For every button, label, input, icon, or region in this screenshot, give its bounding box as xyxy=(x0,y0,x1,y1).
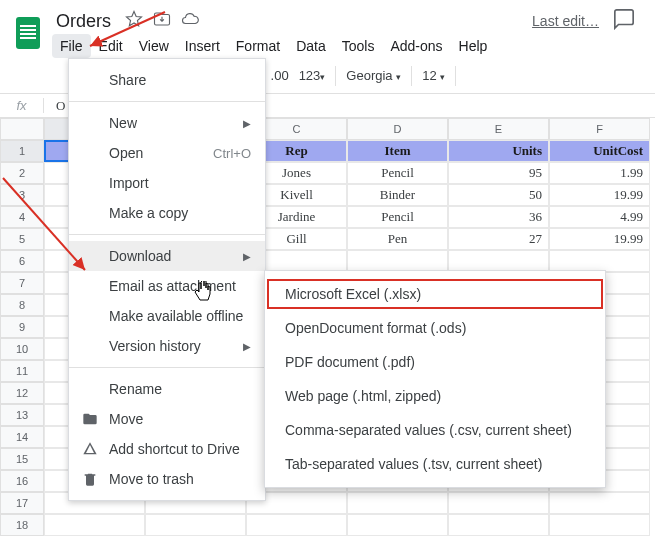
submenu-arrow-icon: ▶ xyxy=(243,341,251,352)
cell[interactable]: 1.99 xyxy=(549,162,650,184)
menu-item-new[interactable]: New▶ xyxy=(69,108,265,138)
separator xyxy=(335,66,336,86)
row-header[interactable]: 8 xyxy=(0,294,44,316)
cell[interactable]: 4.99 xyxy=(549,206,650,228)
cell[interactable] xyxy=(246,514,347,536)
cell[interactable]: 95 xyxy=(448,162,549,184)
cell[interactable]: Pen xyxy=(347,228,448,250)
row-header[interactable]: 13 xyxy=(0,404,44,426)
file-menu: Share New▶ OpenCtrl+O Import Make a copy… xyxy=(68,58,266,501)
font-size-select[interactable]: 12 ▾ xyxy=(422,68,445,83)
menu-item-import[interactable]: Import xyxy=(69,168,265,198)
menu-view[interactable]: View xyxy=(131,34,177,58)
col-header[interactable]: F xyxy=(549,118,650,140)
cell[interactable] xyxy=(549,514,650,536)
menu-item-offline[interactable]: Make available offline xyxy=(69,301,265,331)
cell[interactable]: UnitCost xyxy=(549,140,650,162)
document-title[interactable]: Orders xyxy=(52,10,115,33)
cloud-status-icon[interactable] xyxy=(181,10,199,32)
menu-item-share[interactable]: Share xyxy=(69,65,265,95)
cell[interactable]: 36 xyxy=(448,206,549,228)
cell[interactable] xyxy=(549,492,650,514)
folder-icon xyxy=(81,411,99,427)
menubar: File Edit View Insert Format Data Tools … xyxy=(52,34,647,58)
menu-item-email-attachment[interactable]: Email as attachment xyxy=(69,271,265,301)
row-header[interactable]: 17 xyxy=(0,492,44,514)
menu-divider xyxy=(69,101,265,102)
menu-tools[interactable]: Tools xyxy=(334,34,383,58)
menu-edit[interactable]: Edit xyxy=(91,34,131,58)
row-header[interactable]: 10 xyxy=(0,338,44,360)
row-header[interactable]: 6 xyxy=(0,250,44,272)
cell[interactable] xyxy=(448,492,549,514)
col-header[interactable]: D xyxy=(347,118,448,140)
row-header[interactable]: 4 xyxy=(0,206,44,228)
cell[interactable] xyxy=(347,492,448,514)
menu-item-make-copy[interactable]: Make a copy xyxy=(69,198,265,228)
select-all-corner[interactable] xyxy=(0,118,44,140)
row-header[interactable]: 18 xyxy=(0,514,44,536)
cell[interactable] xyxy=(347,514,448,536)
menu-data[interactable]: Data xyxy=(288,34,334,58)
cell[interactable] xyxy=(44,514,145,536)
submenu-item-xlsx[interactable]: Microsoft Excel (.xlsx) xyxy=(265,277,605,311)
cell[interactable]: Binder xyxy=(347,184,448,206)
cell[interactable] xyxy=(145,514,246,536)
row-header[interactable]: 9 xyxy=(0,316,44,338)
row-header[interactable]: 14 xyxy=(0,426,44,448)
cell[interactable] xyxy=(448,514,549,536)
star-icon[interactable] xyxy=(125,10,143,32)
menu-item-move[interactable]: Move xyxy=(69,404,265,434)
menu-item-rename[interactable]: Rename xyxy=(69,374,265,404)
sheets-logo[interactable] xyxy=(8,13,48,53)
move-folder-icon[interactable] xyxy=(153,10,171,32)
cell[interactable]: Pencil xyxy=(347,162,448,184)
font-family-select[interactable]: Georgia ▾ xyxy=(346,68,401,83)
menu-divider xyxy=(69,234,265,235)
submenu-item-html[interactable]: Web page (.html, zipped) xyxy=(265,379,605,413)
cell[interactable]: 27 xyxy=(448,228,549,250)
cell[interactable]: 50 xyxy=(448,184,549,206)
trash-icon xyxy=(81,471,99,487)
menu-item-version-history[interactable]: Version history▶ xyxy=(69,331,265,361)
row-header[interactable]: 7 xyxy=(0,272,44,294)
cell[interactable]: Pencil xyxy=(347,206,448,228)
number-format-button[interactable]: 123▾ xyxy=(299,68,326,83)
row-header[interactable]: 1 xyxy=(0,140,44,162)
menu-file[interactable]: File xyxy=(52,34,91,58)
menu-insert[interactable]: Insert xyxy=(177,34,228,58)
cell[interactable]: Units xyxy=(448,140,549,162)
cell[interactable]: 19.99 xyxy=(549,184,650,206)
submenu-arrow-icon: ▶ xyxy=(243,118,251,129)
download-submenu: Microsoft Excel (.xlsx) OpenDocument for… xyxy=(264,270,606,488)
menu-addons[interactable]: Add-ons xyxy=(382,34,450,58)
menu-item-trash[interactable]: Move to trash xyxy=(69,464,265,494)
submenu-item-pdf[interactable]: PDF document (.pdf) xyxy=(265,345,605,379)
menu-item-open[interactable]: OpenCtrl+O xyxy=(69,138,265,168)
cell[interactable] xyxy=(549,250,650,272)
row-header[interactable]: 15 xyxy=(0,448,44,470)
menu-help[interactable]: Help xyxy=(451,34,496,58)
cell[interactable]: 19.99 xyxy=(549,228,650,250)
menu-format[interactable]: Format xyxy=(228,34,288,58)
last-edit-link[interactable]: Last edit… xyxy=(532,13,599,29)
menu-item-download[interactable]: Download▶ xyxy=(69,241,265,271)
row-header[interactable]: 3 xyxy=(0,184,44,206)
col-header[interactable]: E xyxy=(448,118,549,140)
row-header[interactable]: 5 xyxy=(0,228,44,250)
cell[interactable] xyxy=(448,250,549,272)
submenu-item-tsv[interactable]: Tab-separated values (.tsv, current shee… xyxy=(265,447,605,481)
increase-decimal-button[interactable]: .00 xyxy=(271,68,289,83)
row-header[interactable]: 16 xyxy=(0,470,44,492)
row-header[interactable]: 2 xyxy=(0,162,44,184)
cell[interactable]: Item xyxy=(347,140,448,162)
submenu-item-csv[interactable]: Comma-separated values (.csv, current sh… xyxy=(265,413,605,447)
menu-item-add-shortcut[interactable]: Add shortcut to Drive xyxy=(69,434,265,464)
submenu-item-ods[interactable]: OpenDocument format (.ods) xyxy=(265,311,605,345)
cell[interactable] xyxy=(347,250,448,272)
row-header[interactable]: 11 xyxy=(0,360,44,382)
formula-bar[interactable]: O xyxy=(44,98,65,114)
comments-icon[interactable] xyxy=(613,8,635,34)
row-header[interactable]: 12 xyxy=(0,382,44,404)
separator xyxy=(455,66,456,86)
